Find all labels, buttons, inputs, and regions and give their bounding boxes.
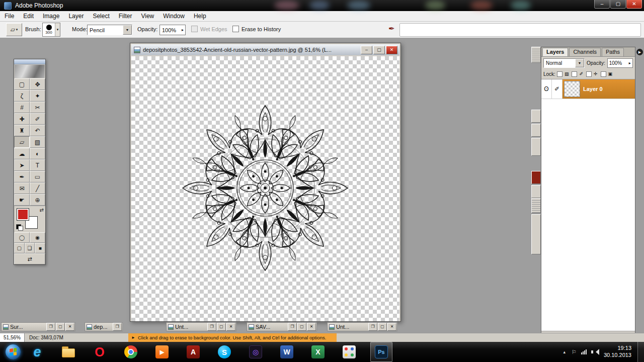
collapsed-color-palette-tab[interactable] xyxy=(531,171,541,184)
collapsed-palette-tab[interactable] xyxy=(531,124,541,137)
layer-row-selected[interactable]: Layer 0 xyxy=(562,79,635,99)
taskbar-internet-explorer[interactable]: e xyxy=(27,342,47,362)
menu-view[interactable]: View xyxy=(136,11,158,21)
tool-lasso[interactable]: ζ xyxy=(14,90,30,102)
collapsed-palette-tab[interactable] xyxy=(531,214,541,254)
menu-select[interactable]: Select xyxy=(88,11,114,21)
taskbar-excel[interactable]: X xyxy=(308,342,328,362)
standard-mode-button[interactable]: ◯ xyxy=(14,232,30,243)
close-button[interactable]: ✕ xyxy=(387,323,396,331)
restore-button[interactable]: ❐ xyxy=(207,323,216,331)
lock-all-checkbox[interactable] xyxy=(601,71,606,77)
opacity-field[interactable]: 100% ▸ xyxy=(159,25,186,35)
close-button[interactable]: ✕ xyxy=(65,323,74,331)
collapsed-palette-tab[interactable] xyxy=(531,47,541,63)
standard-screen-button[interactable]: ▢ xyxy=(14,243,25,253)
dropdown-arrow-icon[interactable]: ▼ xyxy=(575,59,584,67)
taskbar-music-app[interactable]: ◎ xyxy=(246,342,266,362)
menu-help[interactable]: Help xyxy=(189,11,211,21)
maximize-button[interactable]: ▢ xyxy=(297,323,306,331)
lock-transparency-checkbox[interactable] xyxy=(557,71,562,77)
default-colors-icon[interactable] xyxy=(16,224,23,231)
tool-type[interactable]: T xyxy=(30,159,45,171)
layer-thumbnail[interactable] xyxy=(564,81,580,97)
taskbar-media-player[interactable]: ▶ xyxy=(152,342,172,362)
menu-image[interactable]: Image xyxy=(38,11,64,21)
volume-icon[interactable] xyxy=(591,349,598,355)
collapsed-palette-tab[interactable] xyxy=(531,110,541,123)
mode-select[interactable]: Pencil ▼ xyxy=(87,25,132,35)
menu-edit[interactable]: Edit xyxy=(19,11,38,21)
doc-minimize-button[interactable]: – xyxy=(361,46,372,54)
maximize-button[interactable]: ▢ xyxy=(56,323,65,331)
tool-dodge[interactable]: ◐ xyxy=(30,148,45,159)
flyout-arrow-icon[interactable]: ▸ xyxy=(180,28,185,32)
menu-filter[interactable]: Filter xyxy=(114,11,137,21)
tool-path-selection[interactable]: ➤ xyxy=(14,159,30,171)
document-title-bar[interactable]: depositphotos_3853542-Ancient-old-russia… xyxy=(131,44,399,55)
tool-gradient[interactable]: ▧ xyxy=(30,136,45,148)
taskbar-photoshop-active[interactable]: Ps xyxy=(370,342,392,362)
tool-crop[interactable]: # xyxy=(14,102,30,113)
minimized-doc-1[interactable]: Sur... ❐ ▢ ✕ xyxy=(1,322,75,331)
restore-button[interactable]: ❐ xyxy=(288,323,297,331)
restore-button[interactable]: ❐ xyxy=(46,323,55,331)
brush-icon[interactable]: ✒ xyxy=(388,24,395,33)
restore-button[interactable]: ❐ xyxy=(113,323,122,331)
show-hidden-icons-button[interactable]: ▴ xyxy=(564,349,566,354)
zoom-level-field[interactable]: 51,56% xyxy=(0,333,25,342)
minimized-doc-3[interactable]: Unt... ❐ ▢ ✕ xyxy=(166,322,236,331)
close-button[interactable]: ✕ xyxy=(226,323,235,331)
taskbar-adobe-reader[interactable]: A xyxy=(183,342,203,362)
collapsed-palette-tab[interactable] xyxy=(531,185,541,198)
fullscreen-button[interactable]: ■ xyxy=(35,243,45,253)
collapsed-palette-tab[interactable] xyxy=(531,198,541,213)
canvas-transparent-background[interactable] xyxy=(131,56,399,321)
restore-button[interactable]: ❐ xyxy=(368,323,377,331)
chevron-down-icon[interactable]: ▾ xyxy=(55,23,60,36)
wet-edges-checkbox[interactable]: Wet Edges xyxy=(191,26,227,32)
tool-history-brush[interactable]: ↶ xyxy=(30,125,45,136)
taskbar-clock[interactable]: 19:13 30.10.2013 xyxy=(604,345,631,359)
tab-layers[interactable]: Layers xyxy=(542,48,568,56)
flyout-arrow-icon[interactable]: ▸ xyxy=(627,61,632,65)
menu-window[interactable]: Window xyxy=(158,11,189,21)
minimized-doc-5[interactable]: Unt... ❐ ▢ ✕ xyxy=(327,322,397,331)
close-button[interactable]: ✕ xyxy=(626,0,642,9)
network-icon[interactable] xyxy=(581,349,587,354)
layer-opacity-field[interactable]: 100% ▸ xyxy=(607,58,633,68)
doc-close-button[interactable]: ✕ xyxy=(386,46,397,54)
tool-slice[interactable]: ✂ xyxy=(30,102,45,113)
lock-image-checkbox[interactable] xyxy=(572,71,577,77)
tool-brush[interactable]: ✐ xyxy=(30,113,45,125)
show-desktop-button[interactable] xyxy=(637,342,644,362)
tool-zoom[interactable]: ⊕ xyxy=(30,194,45,206)
taskbar-word[interactable]: W xyxy=(277,342,297,362)
layer-row[interactable]: ʘ ✐ Layer 0 xyxy=(541,79,635,99)
menu-file[interactable]: File xyxy=(0,11,19,21)
tool-move[interactable]: ✥ xyxy=(30,78,45,90)
taskbar-file-explorer[interactable] xyxy=(58,342,78,362)
menu-layer[interactable]: Layer xyxy=(64,11,88,21)
foreground-color-swatch[interactable] xyxy=(17,208,29,221)
layer-name[interactable]: Layer 0 xyxy=(583,86,603,92)
taskbar-paint[interactable] xyxy=(339,342,359,362)
minimize-button[interactable]: – xyxy=(594,0,610,9)
tool-pen[interactable]: ✒ xyxy=(14,171,30,183)
tool-magic-wand[interactable]: ✦ xyxy=(30,90,45,102)
fullscreen-menubar-button[interactable]: ❑ xyxy=(25,243,35,253)
lock-position-checkbox[interactable] xyxy=(586,71,592,77)
tool-healing-brush[interactable]: ✚ xyxy=(14,113,30,125)
brush-preview-picker[interactable]: 300 ▾ xyxy=(42,23,60,37)
document-window[interactable]: depositphotos_3853542-Ancient-old-russia… xyxy=(130,43,401,322)
collapsed-palette-tab[interactable] xyxy=(531,138,541,156)
tool-rectangle-shape[interactable]: ▭ xyxy=(30,171,45,183)
dropdown-arrow-icon[interactable]: ▼ xyxy=(123,25,132,35)
tool-hand[interactable]: ☛ xyxy=(14,194,30,206)
swap-colors-icon[interactable]: ⇄ xyxy=(40,207,44,213)
tool-preset-picker[interactable]: ▱ ▾ xyxy=(6,23,22,36)
taskbar-skype[interactable]: S xyxy=(214,342,234,362)
tool-rectangular-marquee[interactable]: ▢ xyxy=(14,78,30,90)
maximize-button[interactable]: ▢ xyxy=(378,323,387,331)
maximize-button[interactable]: ▢ xyxy=(217,323,226,331)
